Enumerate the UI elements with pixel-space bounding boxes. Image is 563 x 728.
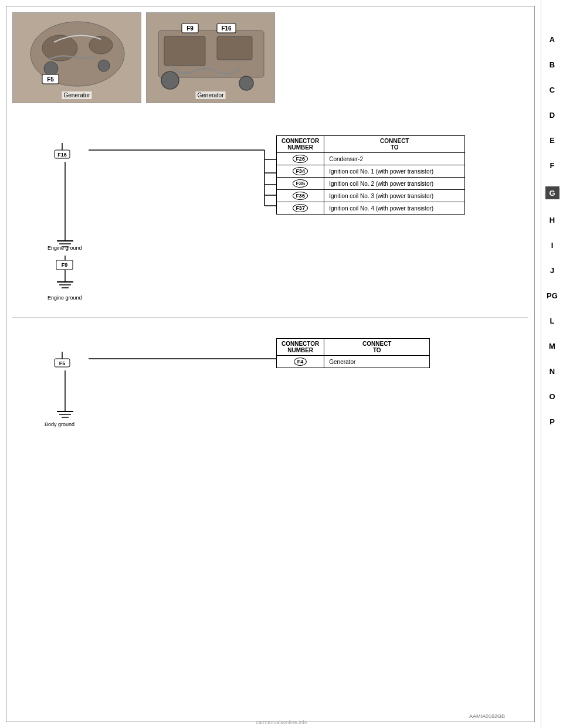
svg-text:F9: F9 [186,25,194,32]
svg-rect-11 [217,36,252,60]
photo-section: F5 Generator [12,12,528,103]
f16-ground-svg: F16 [53,143,71,164]
outer-box: F5 Generator [6,6,535,722]
sidebar-letter-g[interactable]: G [545,186,559,199]
f9-badge-svg: F9 [56,260,74,272]
svg-text:F5: F5 [59,360,66,366]
connector-badge: F4 [294,358,307,366]
sidebar-letter-pg[interactable]: PG [547,291,558,300]
f5-connector-group: F5 [53,352,71,372]
lower-table-header-connect: CONNECT TO [324,339,430,356]
connector-badge: F26 [293,155,308,163]
upper-connect-table: CONNECTOR NUMBER CONNECT TO F26 C [276,135,465,215]
connect-to-cell: Ignition coil No. 3 (with power transist… [324,190,465,202]
svg-point-12 [161,72,179,89]
connector-badge: F34 [293,167,308,175]
sidebar-letter-h[interactable]: H [550,216,555,224]
sidebar-letter-f[interactable]: F [550,161,555,170]
sidebar-letter-b[interactable]: B [550,60,555,69]
f9-wiring-svg [12,256,188,308]
svg-text:F9: F9 [62,262,68,268]
sidebar-letter-m[interactable]: M [549,342,555,351]
photo-right-svg: F9 F16 [147,13,275,103]
f9-section: F9 Engine ground [12,256,528,308]
sidebar-letter-n[interactable]: N [550,367,555,376]
engine-ground-lower-label: Engine ground [48,294,82,301]
sidebar-letter-i[interactable]: I [551,241,554,250]
sidebar-letter-c[interactable]: C [550,86,555,94]
sidebar-letter-p[interactable]: P [550,417,555,426]
svg-point-13 [239,76,253,90]
lower-table-row: F4 Generator [277,356,430,368]
connector-cell: F4 [277,356,324,368]
svg-text:F5: F5 [47,76,54,83]
lower-connect-table: CONNECTOR NUMBER CONNECT TO F4 Ge [276,338,430,368]
right-sidebar: ABCDEFGHIJPGLMNOP [541,0,563,728]
connector-cell: F34 [277,165,324,178]
connector-badge: F35 [293,179,308,188]
upper-table-row: F26 Condenser-2 [277,153,465,165]
connect-to-cell: Condenser-2 [324,153,465,165]
lower-table-header-connector: CONNECTOR NUMBER [277,339,324,356]
sidebar-letter-l[interactable]: L [550,317,555,325]
photo-left-label: Generator [62,91,91,99]
f9-connector-group: F9 [56,260,74,273]
connect-to-cell: Ignition coil No. 2 (with power transist… [324,178,465,190]
svg-point-4 [44,62,58,76]
section-divider [12,317,528,318]
connector-badge: F37 [293,204,308,212]
body-ground-label: Body ground [45,420,74,427]
upper-table-header-connect: CONNECT TO [324,136,465,153]
upper-diagram-area: F16 Engine ground CONNECTOR NUMBER [12,115,528,267]
upper-connect-table-container: CONNECTOR NUMBER CONNECT TO F26 C [276,135,465,215]
upper-table-row: F36 Ignition coil No. 3 (with power tran… [277,190,465,202]
photo-right-content: F9 F16 [147,13,274,103]
connector-cell: F35 [277,178,324,190]
sidebar-letter-a[interactable]: A [550,35,555,44]
connect-to-cell: Ignition coil No. 1 (with power transist… [324,165,465,178]
connector-badge: F36 [293,192,308,200]
photo-left-content: F5 [13,13,141,103]
connect-to-cell: Ignition coil No. 4 (with power transist… [324,202,465,215]
connector-cell: F26 [277,153,324,165]
upper-table-row: F35 Ignition coil No. 2 (with power tran… [277,178,465,190]
photo-left: F5 Generator [12,12,141,103]
main-content: F5 Generator [0,0,541,728]
connector-cell: F37 [277,202,324,215]
bottom-watermark: carmanualsonline.info [256,719,307,725]
photo-left-svg: F5 [13,13,141,103]
sidebar-letter-j[interactable]: J [550,266,554,275]
svg-text:F16: F16 [57,152,67,158]
upper-table-header-connector: CONNECTOR NUMBER [277,136,324,153]
photo-right-label: Generator [195,91,225,99]
sidebar-letter-d[interactable]: D [550,111,555,120]
upper-table-row: F37 Ignition coil No. 4 (with power tran… [277,202,465,215]
photo-right: F9 F16 Generator [146,12,275,103]
watermark: AAMIA0162GB [469,713,505,719]
lower-connect-table-container: CONNECTOR NUMBER CONNECT TO F4 Ge [276,338,430,368]
upper-table-row: F34 Ignition coil No. 1 (with power tran… [277,165,465,178]
svg-rect-10 [164,36,205,66]
f16-connector-group: F16 [53,143,71,164]
connect-to-cell: Generator [324,356,430,368]
sidebar-letter-o[interactable]: O [549,392,555,401]
f5-badge-svg: F5 [53,352,71,372]
connector-cell: F36 [277,190,324,202]
svg-point-5 [98,60,110,72]
engine-ground-upper-label: Engine ground [48,244,82,251]
lower-diagram-area: F5 Body ground CONNECTOR NUMBER [12,326,528,432]
sidebar-letter-e[interactable]: E [550,136,555,145]
svg-text:F16: F16 [221,25,232,32]
